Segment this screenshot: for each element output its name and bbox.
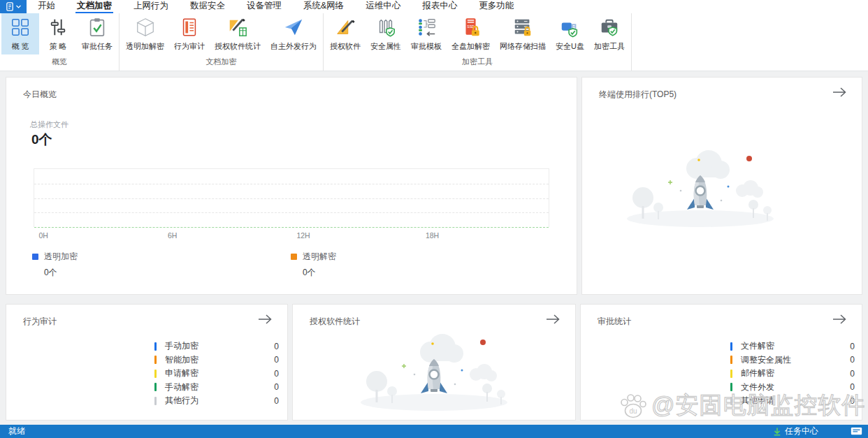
item-label: 其他行为 — [165, 395, 198, 407]
item-label: 其他申请 — [741, 395, 774, 407]
tab-doc-encryption[interactable]: 文档加密 — [75, 0, 113, 13]
tab-system-network[interactable]: 系统&网络 — [302, 0, 345, 13]
ribbon-item-behavior-audit[interactable]: 行为审计 — [169, 13, 210, 54]
color-marker — [154, 356, 157, 364]
status-bar: 就绪 任务中心 — [0, 425, 868, 438]
arrow-right-icon[interactable] — [256, 312, 273, 329]
color-marker — [730, 397, 732, 405]
tab-data-security[interactable]: 数据安全 — [189, 0, 226, 13]
ribbon-item-label: 网络存储扫描 — [500, 41, 546, 52]
list-item: 手动加密 0 — [154, 340, 279, 353]
clipboard-check-icon — [87, 17, 108, 38]
ribbon-item-label: 自主外发行为 — [270, 41, 317, 52]
ribbon-item-label: 概 览 — [11, 41, 29, 52]
legend-swatch — [32, 254, 38, 260]
x-tick: 6H — [168, 231, 177, 240]
tab-internet-behavior[interactable]: 上网行为 — [132, 0, 170, 13]
item-value: 0 — [274, 396, 279, 406]
ribbon-item-policy[interactable]: 策 略 — [39, 13, 77, 54]
behavior-audit-list: 手动加密 0 智能加密 0 申请解密 0 手动解密 0 — [154, 340, 279, 408]
chart-x-axis — [34, 227, 549, 228]
ribbon-item-licensed-software[interactable]: 授权软件 — [325, 13, 366, 54]
arrow-right-icon[interactable] — [544, 312, 561, 329]
ribbon-item-outgoing-behavior[interactable]: 自主外发行为 — [266, 13, 321, 54]
fence-shield-icon — [375, 17, 396, 38]
app-menu-button[interactable] — [0, 0, 27, 13]
ribbon-item-security-attributes[interactable]: 安全属性 — [366, 13, 406, 54]
arrow-right-icon[interactable] — [831, 85, 848, 102]
ribbon-item-network-storage-scan[interactable]: 网络存储扫描 — [495, 13, 551, 54]
ruler-pencil-icon — [335, 17, 356, 38]
item-label: 文件外发 — [741, 381, 774, 393]
color-marker — [730, 356, 732, 364]
item-label: 申请解密 — [165, 367, 198, 379]
list-item: 手动解密 0 — [154, 381, 279, 395]
approval-stats-list: 文件解密 0 调整安全属性 0 邮件解密 0 文件外发 0 — [730, 340, 855, 408]
ribbon-item-full-disk-encrypt[interactable]: SSD 全盘加解密 — [447, 13, 495, 54]
ribbon-group-encryption-tools: 授权软件 安全属性 — [324, 13, 632, 71]
ribbon-item-label: 加密工具 — [594, 41, 625, 52]
chevron-down-icon — [16, 5, 21, 8]
empty-state-rocket-illustration — [616, 140, 784, 231]
item-value: 0 — [274, 382, 279, 392]
color-marker — [730, 342, 732, 351]
message-icon[interactable] — [851, 427, 862, 436]
item-label: 手动解密 — [165, 381, 198, 393]
ribbon-item-approval-templates[interactable]: 审批模板 — [406, 13, 447, 54]
ribbon-item-label: 审批任务 — [82, 41, 113, 52]
item-value: 0 — [850, 369, 855, 379]
legend-value: 0个 — [44, 267, 78, 279]
tab-report-center[interactable]: 报表中心 — [421, 0, 458, 13]
app-logo-icon — [6, 2, 15, 11]
tab-more-functions[interactable]: 更多功能 — [477, 0, 515, 13]
color-marker — [730, 370, 732, 378]
legend-value: 0个 — [303, 267, 336, 279]
color-marker — [154, 383, 157, 391]
item-value: 0 — [850, 342, 855, 351]
legend-transparent-decrypt: 透明解密 0个 — [291, 251, 336, 279]
ribbon-item-label: 审批模板 — [411, 41, 442, 52]
legend-label: 透明解密 — [303, 251, 336, 263]
panel-terminal-ranking: 终端使用排行(TOP5) — [581, 77, 862, 295]
task-center-label: 任务中心 — [785, 425, 818, 437]
tab-ops-center[interactable]: 运维中心 — [364, 0, 402, 13]
color-marker — [154, 342, 157, 351]
panel-title: 审批统计 — [598, 316, 631, 328]
app-window: 开始 文档加密 上网行为 数据安全 设备管理 系统&网络 运维中心 报表中心 更… — [0, 0, 868, 438]
item-label: 邮件解密 — [741, 367, 774, 379]
x-tick: 0H — [38, 231, 48, 240]
list-item: 文件外发 0 — [730, 381, 855, 395]
ribbon-item-encryption-tools[interactable]: 加密工具 — [589, 13, 630, 54]
panel-behavior-audit: 行为审计 手动加密 0 智能加密 0 申请解密 0 — [6, 304, 288, 421]
ribbon-item-transparent-encrypt-decrypt[interactable]: 透明加解密 — [121, 13, 169, 54]
ribbon-item-label: 授权软件 — [330, 41, 361, 52]
panel-licensed-software-stats: 授权软件统计 — [292, 304, 576, 421]
stats-pencil-icon — [227, 17, 248, 38]
paper-plane-icon — [283, 17, 304, 38]
cube-icon — [135, 17, 156, 38]
grid-icon — [10, 17, 31, 38]
ribbon-item-label: 全盘加解密 — [451, 41, 490, 52]
ribbon-item-approval-tasks[interactable]: 审批任务 — [77, 13, 117, 54]
panel-approval-stats: 审批统计 文件解密 0 调整安全属性 0 邮件解密 0 — [580, 304, 862, 421]
ribbon-item-label: 安全U盘 — [556, 41, 584, 52]
ribbon-item-licensed-software-stats[interactable]: 授权软件统计 — [210, 13, 266, 54]
item-value: 0 — [850, 355, 855, 365]
chart-x-labels: 0H 6H 12H 18H — [34, 231, 549, 241]
panel-title: 今日概览 — [23, 89, 57, 101]
task-center-button[interactable]: 任务中心 — [772, 425, 818, 437]
list-item: 申请解密 0 — [154, 367, 279, 381]
ribbon-item-secure-usb[interactable]: 安全U盘 — [551, 13, 589, 54]
ribbon-group-overview: 概 览 策 略 审批任务 — [0, 13, 120, 71]
legend-label: 透明加密 — [44, 251, 78, 263]
arrow-right-icon[interactable] — [831, 312, 848, 329]
color-marker — [154, 397, 157, 405]
tab-start[interactable]: 开始 — [36, 0, 57, 13]
ribbon-item-overview[interactable]: 概 览 — [1, 13, 39, 54]
toolbox-shield-icon — [599, 17, 620, 38]
menubar: 开始 文档加密 上网行为 数据安全 设备管理 系统&网络 运维中心 报表中心 更… — [0, 0, 868, 13]
tab-device-management[interactable]: 设备管理 — [245, 0, 283, 13]
ribbon-item-label: 透明加解密 — [126, 41, 164, 52]
ribbon-group-doc-encryption: 透明加解密 行为审计 — [120, 13, 324, 71]
color-marker — [154, 370, 157, 378]
